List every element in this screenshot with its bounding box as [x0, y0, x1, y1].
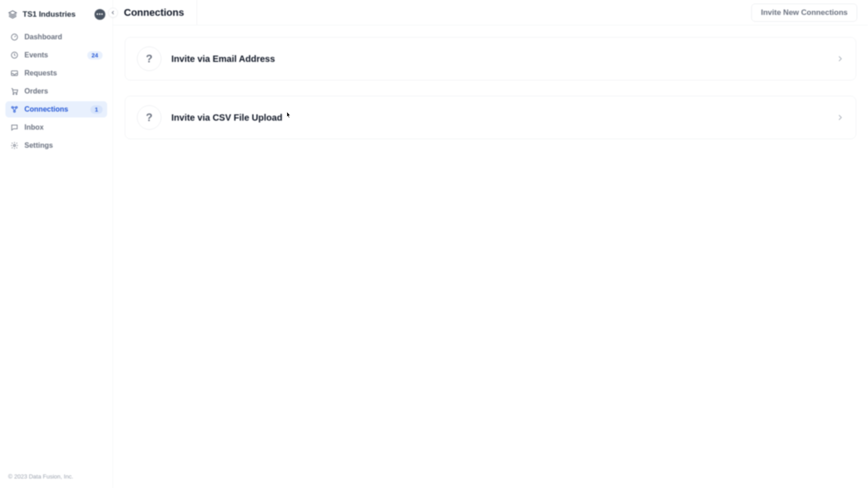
sidebar-item-orders[interactable]: Orders [5, 83, 107, 99]
content: ? Invite via Email Address ? Invite via … [113, 25, 868, 488]
chat-icon [10, 123, 19, 132]
sidebar-item-events[interactable]: Events 24 [5, 47, 107, 63]
gauge-icon [10, 33, 19, 42]
invite-via-email-option[interactable]: ? Invite via Email Address [125, 37, 856, 80]
topbar-action-label: Invite New Connections [761, 8, 848, 17]
sidebar-item-label: Orders [24, 87, 48, 95]
invite-via-csv-option[interactable]: ? Invite via CSV File Upload [125, 96, 856, 139]
inbox-tray-icon [10, 69, 19, 78]
chevron-right-icon [836, 55, 844, 63]
network-icon [10, 105, 19, 114]
svg-point-4 [16, 94, 17, 94]
page-title: Connections [124, 0, 197, 25]
option-label: Invite via CSV File Upload [171, 113, 826, 123]
option-label: Invite via Email Address [171, 54, 826, 64]
sidebar-item-inbox[interactable]: Inbox [5, 119, 107, 136]
org-menu-icon[interactable]: ••• [94, 9, 105, 20]
chevron-left-icon [110, 10, 116, 15]
clock-icon [10, 51, 19, 60]
sidebar-nav: Dashboard Events 24 Requests Orders [5, 29, 107, 154]
sidebar-item-dashboard[interactable]: Dashboard [5, 29, 107, 45]
sidebar-item-connections[interactable]: Connections 1 [5, 101, 107, 117]
sidebar-item-requests[interactable]: Requests [5, 65, 107, 81]
main: Connections Invite New Connections ? Inv… [113, 0, 868, 488]
invite-new-connections-button[interactable]: Invite New Connections [751, 4, 857, 22]
topbar: Connections Invite New Connections [113, 0, 868, 25]
sidebar-item-label: Events [24, 51, 48, 59]
sidebar-item-label: Requests [24, 69, 57, 77]
sidebar-item-label: Settings [24, 141, 53, 150]
sidebar-item-settings[interactable]: Settings [5, 137, 107, 154]
question-icon: ? [137, 47, 161, 71]
sidebar: TS1 Industries ••• Dashboard Events 24 [0, 0, 113, 488]
org-name: TS1 Industries [23, 10, 90, 19]
sidebar-item-label: Connections [24, 105, 68, 113]
gear-icon [10, 141, 19, 150]
svg-point-6 [16, 107, 18, 108]
sidebar-item-label: Inbox [24, 123, 44, 131]
org-logo-icon [7, 9, 18, 20]
org-switcher[interactable]: TS1 Industries ••• [5, 6, 107, 26]
events-badge: 24 [87, 51, 103, 60]
svg-point-5 [12, 107, 14, 108]
cart-icon [10, 87, 19, 96]
question-icon: ? [137, 105, 161, 130]
connections-badge: 1 [90, 105, 103, 114]
chevron-right-icon [836, 113, 844, 122]
svg-point-8 [14, 145, 16, 147]
collapse-sidebar-button[interactable] [108, 8, 118, 18]
sidebar-footer: © 2023 Data Fusion, Inc. [5, 469, 107, 483]
svg-point-3 [13, 94, 14, 94]
sidebar-item-label: Dashboard [24, 33, 62, 41]
